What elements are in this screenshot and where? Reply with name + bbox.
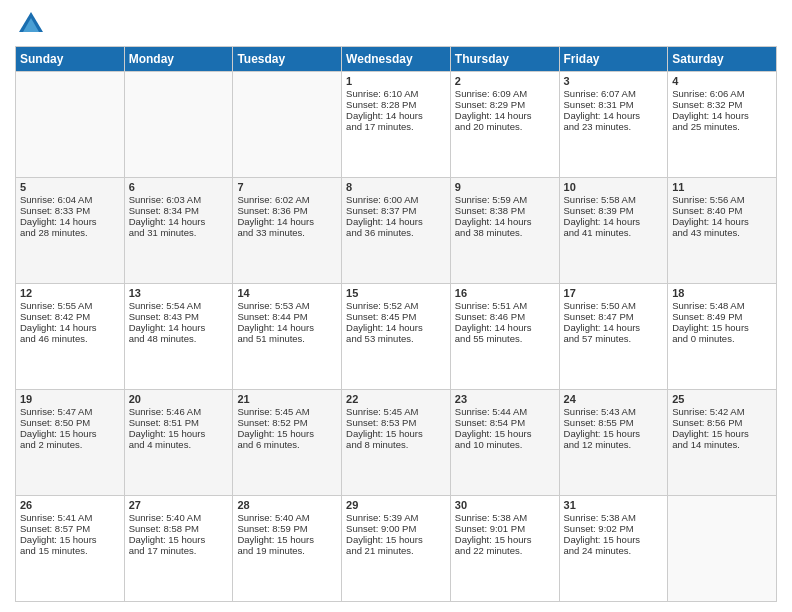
day-number: 21 <box>237 393 337 405</box>
day-info: Sunrise: 5:52 AM <box>346 300 446 311</box>
day-info: and 4 minutes. <box>129 439 229 450</box>
day-number: 29 <box>346 499 446 511</box>
day-info: and 6 minutes. <box>237 439 337 450</box>
day-info: and 17 minutes. <box>129 545 229 556</box>
calendar-cell: 20Sunrise: 5:46 AMSunset: 8:51 PMDayligh… <box>124 390 233 496</box>
day-info: Daylight: 14 hours <box>346 110 446 121</box>
day-info: Sunrise: 5:46 AM <box>129 406 229 417</box>
day-number: 15 <box>346 287 446 299</box>
calendar-cell: 12Sunrise: 5:55 AMSunset: 8:42 PMDayligh… <box>16 284 125 390</box>
calendar-cell: 1Sunrise: 6:10 AMSunset: 8:28 PMDaylight… <box>342 72 451 178</box>
calendar-cell: 17Sunrise: 5:50 AMSunset: 8:47 PMDayligh… <box>559 284 668 390</box>
day-info: and 12 minutes. <box>564 439 664 450</box>
day-info: Sunset: 9:02 PM <box>564 523 664 534</box>
calendar-cell: 26Sunrise: 5:41 AMSunset: 8:57 PMDayligh… <box>16 496 125 602</box>
day-info: Daylight: 15 hours <box>672 322 772 333</box>
day-info: Daylight: 14 hours <box>237 322 337 333</box>
day-info: Sunrise: 6:02 AM <box>237 194 337 205</box>
day-info: Sunrise: 6:00 AM <box>346 194 446 205</box>
day-number: 25 <box>672 393 772 405</box>
day-info: Daylight: 15 hours <box>455 428 555 439</box>
day-info: Sunset: 8:47 PM <box>564 311 664 322</box>
day-number: 1 <box>346 75 446 87</box>
day-info: Daylight: 15 hours <box>672 428 772 439</box>
day-number: 8 <box>346 181 446 193</box>
day-info: Daylight: 15 hours <box>564 534 664 545</box>
day-info: Sunset: 8:50 PM <box>20 417 120 428</box>
day-info: Sunrise: 6:09 AM <box>455 88 555 99</box>
day-info: and 19 minutes. <box>237 545 337 556</box>
day-info: Sunset: 9:01 PM <box>455 523 555 534</box>
day-number: 12 <box>20 287 120 299</box>
calendar-cell: 22Sunrise: 5:45 AMSunset: 8:53 PMDayligh… <box>342 390 451 496</box>
calendar-cell: 21Sunrise: 5:45 AMSunset: 8:52 PMDayligh… <box>233 390 342 496</box>
day-number: 5 <box>20 181 120 193</box>
day-number: 3 <box>564 75 664 87</box>
day-info: Sunrise: 5:43 AM <box>564 406 664 417</box>
calendar-cell: 16Sunrise: 5:51 AMSunset: 8:46 PMDayligh… <box>450 284 559 390</box>
calendar-cell: 9Sunrise: 5:59 AMSunset: 8:38 PMDaylight… <box>450 178 559 284</box>
day-info: Sunset: 8:39 PM <box>564 205 664 216</box>
calendar-header-tuesday: Tuesday <box>233 47 342 72</box>
calendar-cell: 28Sunrise: 5:40 AMSunset: 8:59 PMDayligh… <box>233 496 342 602</box>
calendar-cell: 3Sunrise: 6:07 AMSunset: 8:31 PMDaylight… <box>559 72 668 178</box>
day-info: Sunrise: 5:39 AM <box>346 512 446 523</box>
calendar-cell: 23Sunrise: 5:44 AMSunset: 8:54 PMDayligh… <box>450 390 559 496</box>
day-number: 31 <box>564 499 664 511</box>
day-info: Daylight: 14 hours <box>455 216 555 227</box>
day-info: Daylight: 14 hours <box>672 216 772 227</box>
day-info: Sunset: 8:40 PM <box>672 205 772 216</box>
day-info: Sunset: 8:36 PM <box>237 205 337 216</box>
day-number: 24 <box>564 393 664 405</box>
day-info: Sunrise: 5:48 AM <box>672 300 772 311</box>
day-info: Daylight: 15 hours <box>564 428 664 439</box>
day-info: Daylight: 15 hours <box>346 428 446 439</box>
day-info: and 0 minutes. <box>672 333 772 344</box>
day-info: and 48 minutes. <box>129 333 229 344</box>
calendar-cell: 24Sunrise: 5:43 AMSunset: 8:55 PMDayligh… <box>559 390 668 496</box>
calendar-cell: 31Sunrise: 5:38 AMSunset: 9:02 PMDayligh… <box>559 496 668 602</box>
day-info: Daylight: 15 hours <box>237 428 337 439</box>
day-info: and 46 minutes. <box>20 333 120 344</box>
day-info: Sunrise: 5:42 AM <box>672 406 772 417</box>
day-info: Daylight: 15 hours <box>346 534 446 545</box>
day-info: Sunrise: 5:50 AM <box>564 300 664 311</box>
calendar-header-thursday: Thursday <box>450 47 559 72</box>
calendar-cell: 15Sunrise: 5:52 AMSunset: 8:45 PMDayligh… <box>342 284 451 390</box>
calendar-cell: 29Sunrise: 5:39 AMSunset: 9:00 PMDayligh… <box>342 496 451 602</box>
day-info: Daylight: 14 hours <box>129 322 229 333</box>
day-info: and 36 minutes. <box>346 227 446 238</box>
day-info: Daylight: 14 hours <box>564 216 664 227</box>
calendar-header-sunday: Sunday <box>16 47 125 72</box>
calendar-week-1: 1Sunrise: 6:10 AMSunset: 8:28 PMDaylight… <box>16 72 777 178</box>
day-info: Sunrise: 5:38 AM <box>564 512 664 523</box>
calendar-cell <box>16 72 125 178</box>
day-info: and 28 minutes. <box>20 227 120 238</box>
day-info: Sunset: 8:45 PM <box>346 311 446 322</box>
logo-icon <box>17 10 45 38</box>
day-info: Sunset: 8:58 PM <box>129 523 229 534</box>
calendar-table: SundayMondayTuesdayWednesdayThursdayFrid… <box>15 46 777 602</box>
day-info: Daylight: 14 hours <box>20 216 120 227</box>
day-info: Sunrise: 5:54 AM <box>129 300 229 311</box>
day-number: 6 <box>129 181 229 193</box>
day-info: Sunset: 8:53 PM <box>346 417 446 428</box>
day-info: and 24 minutes. <box>564 545 664 556</box>
day-info: Sunrise: 5:47 AM <box>20 406 120 417</box>
day-info: and 8 minutes. <box>346 439 446 450</box>
day-number: 2 <box>455 75 555 87</box>
calendar-cell: 11Sunrise: 5:56 AMSunset: 8:40 PMDayligh… <box>668 178 777 284</box>
calendar-cell: 30Sunrise: 5:38 AMSunset: 9:01 PMDayligh… <box>450 496 559 602</box>
day-number: 20 <box>129 393 229 405</box>
day-info: and 20 minutes. <box>455 121 555 132</box>
day-info: Sunrise: 5:55 AM <box>20 300 120 311</box>
day-info: and 41 minutes. <box>564 227 664 238</box>
day-info: Sunset: 8:55 PM <box>564 417 664 428</box>
day-info: Sunrise: 5:41 AM <box>20 512 120 523</box>
day-info: Daylight: 14 hours <box>564 110 664 121</box>
day-info: Daylight: 14 hours <box>346 322 446 333</box>
day-info: Sunset: 8:54 PM <box>455 417 555 428</box>
day-number: 11 <box>672 181 772 193</box>
page: SundayMondayTuesdayWednesdayThursdayFrid… <box>0 0 792 612</box>
day-info: and 43 minutes. <box>672 227 772 238</box>
